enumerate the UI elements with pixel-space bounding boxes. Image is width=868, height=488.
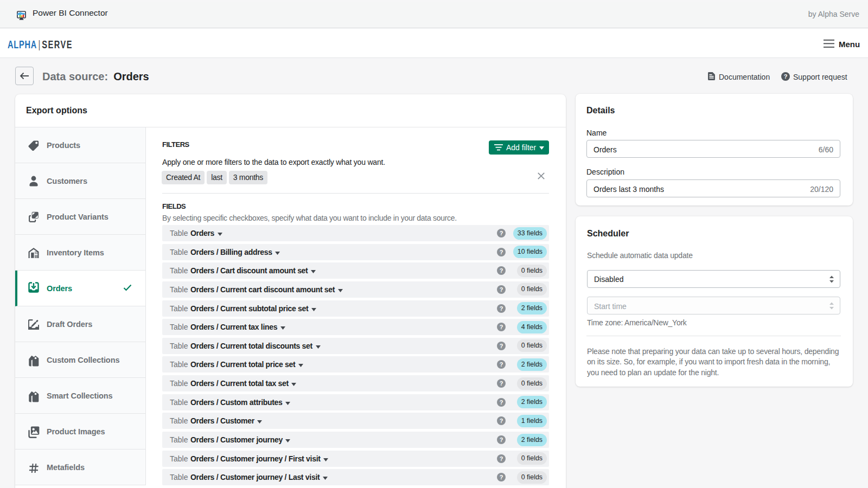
svg-text:?: ?: [500, 455, 503, 462]
svg-text:?: ?: [500, 380, 503, 387]
svg-text:?: ?: [500, 286, 503, 293]
svg-text:?: ?: [500, 418, 503, 424]
svg-text:?: ?: [500, 249, 503, 255]
svg-text:?: ?: [500, 267, 503, 274]
svg-text:?: ?: [500, 343, 503, 349]
svg-text:?: ?: [500, 399, 503, 406]
svg-text:?: ?: [500, 361, 503, 368]
svg-text:?: ?: [784, 73, 788, 80]
svg-text:?: ?: [500, 474, 503, 480]
svg-text:?: ?: [500, 324, 503, 330]
svg-text:?: ?: [500, 305, 503, 312]
svg-text:?: ?: [500, 230, 503, 236]
svg-text:?: ?: [500, 436, 503, 443]
